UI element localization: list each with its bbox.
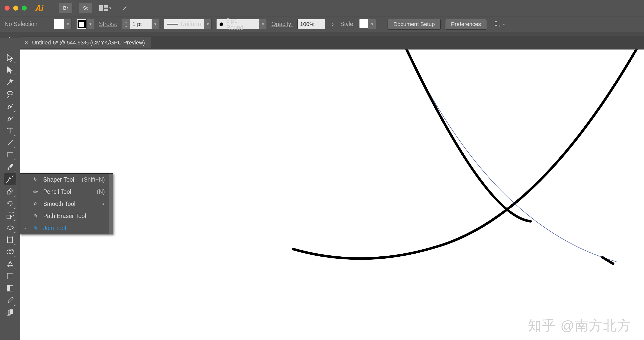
eraser-tool[interactable] (4, 185, 16, 197)
flyout-item-pencil[interactable]: ✏ Pencil Tool (N) (20, 186, 109, 198)
svg-line-6 (9, 190, 11, 192)
blend-tool[interactable] (4, 307, 16, 318)
stroke-profile-label: Uniform (181, 21, 201, 28)
flyout-label: Smooth Tool (43, 201, 75, 207)
document-tab-bar: × Untitled-6* @ 544.93% (CMYK/GPU Previe… (20, 36, 644, 50)
rectangle-tool[interactable] (4, 149, 16, 161)
window-controls (5, 6, 27, 11)
brush-dropdown[interactable]: ▾ (259, 19, 267, 29)
curvature-tool[interactable] (4, 113, 16, 124)
stroke-profile-preview[interactable]: Uniform (164, 19, 204, 29)
opacity-label[interactable]: Opacity: (271, 21, 293, 28)
watermark-text: 知乎 @南方北方 (528, 317, 631, 335)
control-bar: No Selection ▾ ▾ Stroke: ▴▾ 1 pt ▾ Unifo… (0, 16, 644, 32)
eyedropper-tool[interactable] (4, 295, 16, 306)
shaper-tool[interactable] (4, 173, 16, 185)
svg-rect-20 (7, 285, 10, 291)
direct-selection-tool[interactable] (4, 64, 16, 76)
paintbrush-tool[interactable] (4, 161, 16, 173)
submenu-arrow-icon: ▸ (103, 201, 105, 207)
close-window-button[interactable] (5, 6, 10, 11)
illustrator-logo: Ai (35, 4, 43, 13)
lasso-tool[interactable] (4, 88, 16, 100)
style-label: Style: (340, 21, 355, 28)
selection-tool[interactable] (4, 52, 16, 64)
free-transform-tool[interactable] (4, 234, 16, 246)
brush-label: 5 pt. Round (226, 17, 256, 31)
flyout-shortcut: (N) (97, 188, 105, 195)
flyout-item-path-eraser[interactable]: ✎ Path Eraser Tool (20, 210, 109, 222)
flyout-item-smooth[interactable]: ✐ Smooth Tool ▸ (20, 198, 109, 210)
stroke-weight-dropdown[interactable]: ▾ (152, 19, 159, 29)
close-tab-icon[interactable]: × (25, 39, 28, 46)
graphic-style-swatch[interactable] (359, 19, 368, 28)
current-tool-marker: ▪ (25, 226, 28, 230)
stroke-weight-input[interactable]: 1 pt (130, 19, 152, 29)
tools-panel (0, 38, 20, 340)
canvas-area[interactable]: 知乎 @南方北方 (20, 50, 644, 340)
align-to-icon[interactable] (494, 20, 502, 28)
shaper-tool-flyout: ✎ Shaper Tool (Shift+N) ✏ Pencil Tool (N… (20, 173, 113, 234)
stock-button[interactable]: St (79, 3, 92, 13)
rotate-tool[interactable] (4, 198, 16, 209)
brush-preview[interactable]: 5 pt. Round (216, 19, 259, 29)
gradient-tool[interactable] (4, 282, 16, 294)
svg-rect-1 (104, 5, 108, 8)
perspective-grid-tool[interactable] (4, 258, 16, 270)
document-tab[interactable]: × Untitled-6* @ 544.93% (CMYK/GPU Previe… (20, 37, 151, 48)
width-tool[interactable] (4, 222, 16, 233)
flyout-label: Pencil Tool (43, 188, 71, 195)
flyout-label: Shaper Tool (43, 176, 74, 183)
svg-point-13 (12, 241, 13, 243)
path-eraser-icon: ✎ (32, 213, 39, 220)
opacity-input[interactable]: 100% (297, 19, 325, 29)
mesh-tool[interactable] (4, 270, 16, 282)
flyout-item-shaper[interactable]: ✎ Shaper Tool (Shift+N) (20, 174, 109, 186)
line-tool[interactable] (4, 137, 16, 149)
flyout-tearoff-handle[interactable] (109, 174, 113, 234)
fill-swatch[interactable] (54, 19, 64, 29)
join-icon: ✎ (32, 225, 39, 232)
svg-rect-9 (8, 237, 13, 242)
svg-rect-2 (104, 9, 108, 11)
flyout-label: Path Eraser Tool (43, 213, 86, 220)
arrange-documents-button[interactable]: ▾ (99, 3, 112, 13)
svg-point-3 (7, 91, 13, 95)
fill-dropdown[interactable]: ▾ (64, 19, 72, 29)
svg-rect-7 (7, 215, 10, 219)
svg-point-11 (12, 236, 13, 238)
selection-status: No Selection (5, 21, 37, 28)
stroke-weight-stepper[interactable]: ▴▾ (122, 19, 130, 29)
scale-tool[interactable] (4, 210, 16, 221)
flyout-label: Join Tool (43, 225, 66, 232)
graphic-style-dropdown[interactable]: ▾ (368, 19, 376, 29)
opacity-more-icon[interactable]: › (330, 21, 336, 28)
smooth-icon: ✐ (32, 201, 39, 207)
shape-builder-tool[interactable] (4, 246, 16, 258)
stroke-swatch[interactable] (78, 20, 86, 28)
flyout-item-join[interactable]: ▪ ✎ Join Tool (20, 222, 109, 234)
gpu-performance-icon[interactable] (118, 3, 131, 13)
svg-rect-8 (9, 212, 13, 216)
minimize-window-button[interactable] (13, 6, 18, 11)
fullscreen-window-button[interactable] (22, 6, 27, 11)
svg-rect-5 (7, 153, 13, 157)
pencil-icon: ✏ (32, 188, 39, 195)
align-to-dropdown[interactable]: ▾ (503, 22, 505, 26)
flyout-shortcut: (Shift+N) (82, 176, 105, 183)
document-setup-button[interactable]: Document Setup (388, 19, 441, 30)
stroke-profile-dropdown[interactable]: ▾ (204, 19, 212, 29)
magic-wand-tool[interactable] (4, 76, 16, 88)
macos-titlebar: Ai Br St ▾ (0, 0, 644, 16)
shaper-icon: ✎ (32, 176, 39, 183)
pen-tool[interactable] (4, 101, 16, 112)
stroke-swatch-dropdown[interactable]: ▾ (87, 19, 94, 29)
document-tab-title: Untitled-6* @ 544.93% (CMYK/GPU Preview) (32, 39, 145, 46)
stroke-label[interactable]: Stroke: (99, 21, 117, 28)
type-tool[interactable] (4, 125, 16, 136)
preferences-button[interactable]: Preferences (445, 19, 487, 30)
bridge-button[interactable]: Br (59, 3, 72, 13)
svg-line-4 (8, 140, 13, 145)
svg-rect-23 (10, 310, 13, 314)
svg-rect-0 (99, 5, 103, 11)
